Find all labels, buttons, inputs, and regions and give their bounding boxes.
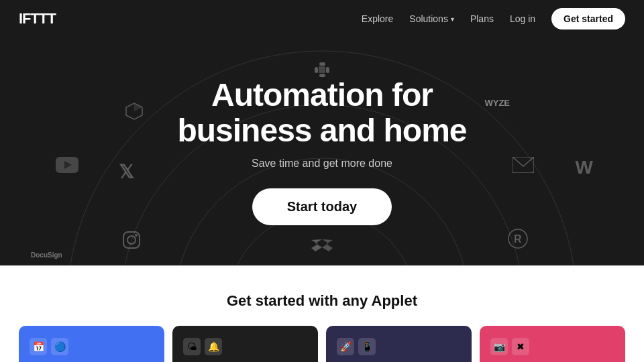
svg-rect-4 xyxy=(319,66,322,70)
youtube-icon xyxy=(54,152,80,178)
svg-rect-2 xyxy=(326,67,329,73)
hero-subtitle: Save time and get more done xyxy=(177,158,466,170)
applet-grid: 📅 🔵 Quickly create events in a Google Ca… xyxy=(19,326,625,362)
svg-rect-7 xyxy=(322,70,325,73)
twitter-x-icon-box: ✖ xyxy=(512,338,529,355)
logo[interactable]: IFTTT xyxy=(19,10,56,27)
applet-card-nasa[interactable]: 🚀 📱 Update your Android wallpaper with N… xyxy=(326,326,472,362)
chevron-down-icon: ▾ xyxy=(451,15,454,23)
google-icon-box: 🔵 xyxy=(51,338,68,355)
svg-marker-16 xyxy=(322,239,333,251)
card-icons: 🚀 📱 xyxy=(337,338,461,355)
instagram-icon xyxy=(118,227,145,253)
hero-section: 𝕏 DocuSign WYZE W R Automation for b xyxy=(0,38,644,265)
svg-marker-15 xyxy=(311,239,322,251)
start-today-button[interactable]: Start today xyxy=(252,188,392,225)
gmail-icon xyxy=(510,152,537,178)
box-icon xyxy=(121,98,148,125)
instagram-icon-box: 📷 xyxy=(490,338,508,355)
dropbox-icon xyxy=(309,232,335,259)
hero-content: Automation for business and home Save ti… xyxy=(177,78,466,226)
weather-icon: 🌤 xyxy=(187,342,197,351)
get-started-button[interactable]: Get started xyxy=(551,8,625,29)
nav-right: Explore Solutions ▾ Plans Log in Get sta… xyxy=(362,8,625,29)
svg-rect-6 xyxy=(319,70,322,73)
nasa-icon: 🚀 xyxy=(340,342,352,351)
applet-card-instagram-twitter[interactable]: 📷 ✖ Tweet your Instagrams as native phot… xyxy=(480,326,625,362)
svg-point-13 xyxy=(127,236,136,244)
android-icon: 📱 xyxy=(362,342,373,351)
svg-rect-5 xyxy=(322,66,325,70)
instagram-icon: 📷 xyxy=(494,342,505,351)
google-icon: 🔵 xyxy=(54,342,66,351)
svg-marker-9 xyxy=(134,103,142,111)
remind-icon: R xyxy=(504,225,531,252)
calendar-icon: 📅 xyxy=(33,342,44,351)
svg-rect-1 xyxy=(319,62,325,66)
nasa-icon-box: 🚀 xyxy=(337,338,354,355)
w-icon: W xyxy=(576,157,593,178)
svg-point-14 xyxy=(135,234,138,237)
applet-card-weather[interactable]: 🌤 🔔 Get the weather forecast every day a… xyxy=(172,326,318,362)
applets-section: Get started with any Applet 📅 🔵 Quickly … xyxy=(0,265,644,362)
applets-title: Get started with any Applet xyxy=(19,292,625,310)
hero-title: Automation for business and home xyxy=(177,78,466,149)
wu-icon-box: 🌤 xyxy=(183,338,201,355)
bell-icon: 🔔 xyxy=(208,342,219,351)
navbar: IFTTT Explore Solutions ▾ Plans Log in G… xyxy=(0,0,644,38)
bell-icon-box: 🔔 xyxy=(205,338,222,355)
twitter-x-icon: ✖ xyxy=(517,342,525,351)
nav-solutions[interactable]: Solutions ▾ xyxy=(409,13,454,24)
svg-text:R: R xyxy=(514,233,522,245)
docusign-icon: DocuSign xyxy=(31,251,62,259)
nav-plans[interactable]: Plans xyxy=(470,13,494,24)
nav-explore[interactable]: Explore xyxy=(362,13,393,24)
card-icons: 📅 🔵 xyxy=(30,338,154,355)
card-icons: 📷 ✖ xyxy=(490,338,614,355)
calendar-icon-box: 📅 xyxy=(30,338,47,355)
applet-card-google-calendar[interactable]: 📅 🔵 Quickly create events in a Google Ca… xyxy=(19,326,164,362)
x-left-icon: 𝕏 xyxy=(113,158,140,185)
android-icon-box: 📱 xyxy=(358,338,376,355)
card-icons: 🌤 🔔 xyxy=(183,338,307,355)
nav-login[interactable]: Log in xyxy=(510,13,535,24)
wyze-icon: WYZE xyxy=(484,98,510,108)
svg-rect-0 xyxy=(315,67,318,73)
